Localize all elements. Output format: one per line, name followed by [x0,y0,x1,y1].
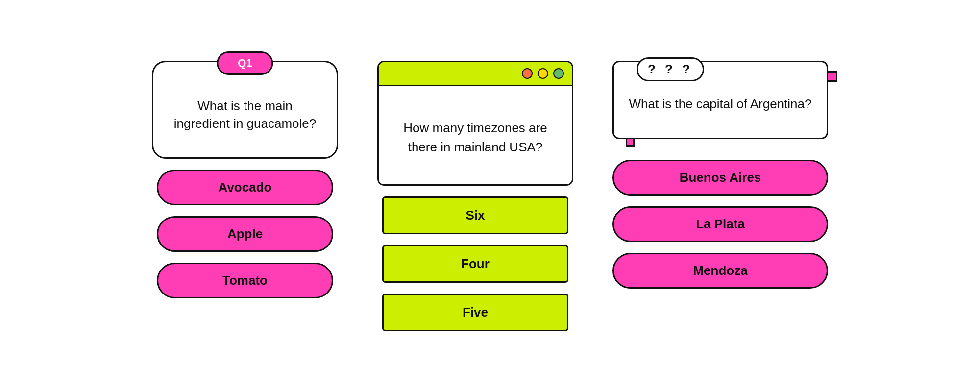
q2-answer-3[interactable]: Five [382,294,568,331]
speech-bubble-wrapper: ? ? ? What is the capital of Argentina? [612,61,828,139]
dot-yellow [538,68,548,79]
dot-orange [522,68,533,79]
q1-answer-2[interactable]: Apple [157,216,333,252]
q3-answer-1[interactable]: Buenos Aires [612,160,828,196]
column-3: ? ? ? What is the capital of Argentina? … [612,61,828,289]
main-container: Q1 What is the main ingredient in guacam… [0,41,980,351]
browser-card: How many timezones are there in mainland… [377,61,573,186]
browser-titlebar [379,62,572,86]
q1-card: Q1 What is the main ingredient in guacam… [152,61,338,159]
q2-answer-2[interactable]: Four [382,245,568,283]
q2-answer-1[interactable]: Six [382,196,568,234]
col3-answers: Buenos Aires La Plata Mendoza [612,160,828,289]
browser-body: How many timezones are there in mainland… [379,86,572,184]
dot-green [553,68,564,79]
q3-answer-2[interactable]: La Plata [612,206,828,242]
speech-bubble-tab [827,71,837,82]
q3-answer-3[interactable]: Mendoza [612,253,828,289]
q2-question: How many timezones are there in mainland… [393,119,557,157]
q1-badge: Q1 [217,51,273,75]
q1-question: What is the main ingredient in guacamole… [168,97,322,133]
q1-answer-1[interactable]: Avocado [157,170,333,205]
speech-bottom-connector [626,138,635,147]
column-2: How many timezones are there in mainland… [377,61,573,331]
q1-answer-3[interactable]: Tomato [157,263,333,298]
column-1: Q1 What is the main ingredient in guacam… [152,61,338,298]
q3-question: What is the capital of Argentina? [629,90,812,113]
speech-bubble: ? ? ? What is the capital of Argentina? [612,61,828,139]
question-marks-badge: ? ? ? [637,57,704,81]
